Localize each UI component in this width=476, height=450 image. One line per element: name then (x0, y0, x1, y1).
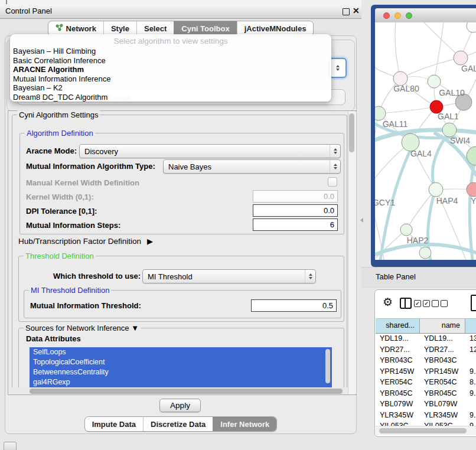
close-traffic-light-icon[interactable] (383, 12, 390, 19)
column-header-name[interactable]: name (420, 319, 465, 333)
table-row[interactable]: YDR27...YDR27...12 (376, 344, 476, 356)
table-row[interactable]: YPR145WYPR145W9. (376, 366, 476, 377)
cell[interactable]: YER054C (376, 377, 420, 388)
algo-item-aracne-algorithm[interactable]: ARACNE Algorithm (10, 65, 331, 74)
list-scrollbar-thumb[interactable] (325, 349, 330, 383)
cell[interactable]: YDR27... (420, 344, 465, 356)
cell[interactable]: 8. (465, 377, 476, 388)
cell[interactable]: YER054C (420, 377, 465, 388)
cell[interactable]: YBR045C (420, 388, 465, 399)
mi-threshold-input[interactable] (251, 299, 337, 312)
float-window-icon[interactable] (343, 8, 350, 15)
cell[interactable]: 9. (465, 410, 476, 421)
network-node-gal7[interactable] (454, 51, 468, 65)
cell[interactable]: YDL19... (376, 333, 420, 344)
cell[interactable] (465, 355, 476, 366)
cell[interactable]: YBR043C (420, 355, 465, 366)
table-row[interactable]: YER054CYER054C8. (376, 377, 476, 388)
network-canvas[interactable]: GALGAL80GAL10GAL1GAL11SWI4GAL4GCY1HAP4YH… (375, 22, 476, 260)
split-view-icon[interactable] (400, 298, 412, 309)
column-header-shared[interactable]: shared... (376, 319, 420, 333)
cell[interactable]: YDL19... (420, 333, 465, 344)
tab-select[interactable]: Select (136, 21, 174, 35)
which-threshold-select[interactable]: MI Threshold (142, 269, 316, 283)
tab-discretize-data[interactable]: Discretize Data (143, 417, 213, 431)
tab-cyni-toolbox[interactable]: Cyni Toolbox (174, 21, 236, 35)
cell[interactable]: YLR345W (420, 410, 465, 421)
cell[interactable]: YPR145W (420, 366, 465, 377)
attr-item-betweennesscentrality[interactable]: BetweennessCentrality (30, 367, 332, 377)
minimize-traffic-light-icon[interactable] (395, 12, 401, 19)
tab-jactivemnodules[interactable]: jActiveMNodules (237, 21, 314, 35)
vertical-scrollbar-track[interactable] (348, 112, 356, 394)
collapse-arrow-icon[interactable]: ▼ (131, 324, 139, 332)
cell[interactable]: YBR043C (376, 355, 420, 366)
clear-selection-checkboxes-icon[interactable] (432, 300, 448, 307)
docked-panel-button[interactable] (4, 442, 17, 450)
table-horizontal-scrollbar-track[interactable] (376, 426, 476, 435)
aracne-mode-select[interactable]: Discovery (79, 144, 341, 158)
network-node-top-partial[interactable] (467, 22, 476, 32)
algo-item-bayesian-hill-climbing[interactable]: Bayesian – Hill Climbing (10, 47, 331, 56)
algo-item-dream8-dc-tdc-algorithm[interactable]: Dream8 DC_TDC Algorithm (10, 93, 331, 102)
table-row[interactable]: YBR043CYBR043C (376, 355, 476, 366)
algo-item-mutual-information-inference[interactable]: Mutual Information Inference (10, 74, 331, 84)
horizontal-scrollbar-thumb[interactable] (30, 389, 343, 394)
cell[interactable]: YBL079W (420, 399, 465, 410)
cell[interactable]: 9. (465, 388, 476, 399)
cell[interactable]: 13 (465, 333, 476, 344)
network-node-hap4[interactable] (429, 182, 443, 197)
expand-arrow-icon[interactable]: ▶ (147, 237, 153, 246)
network-view-window[interactable]: GALGAL80GAL10GAL1GAL11SWI4GAL4GCY1HAP4YH… (371, 5, 476, 267)
network-node-gal10[interactable] (428, 75, 441, 88)
network-node-swi4[interactable] (442, 123, 457, 137)
file-icon[interactable] (471, 295, 476, 311)
mi-algorithm-type-select[interactable]: Naive Bayes (163, 159, 341, 174)
splitter-handle-icon[interactable] (360, 218, 363, 223)
tab-style[interactable]: Style (103, 21, 136, 35)
cell[interactable] (465, 399, 476, 410)
algo-item-bayesian-k2[interactable]: Bayesian – K2 (10, 83, 331, 93)
data-attributes-list[interactable]: SelfLoopsTopologicalCoefficientBetweenne… (30, 347, 332, 387)
dpi-tolerance-input[interactable] (253, 204, 338, 217)
network-node-salmon-node[interactable] (467, 182, 476, 197)
network-node-bottom-partial[interactable] (419, 247, 431, 259)
table-row[interactable]: YBR045CYBR045C9. (376, 388, 476, 399)
cell[interactable]: 12 (465, 344, 476, 356)
table-row[interactable]: YLR345WYLR345W9. (376, 410, 476, 421)
close-icon[interactable]: ✕ (353, 6, 360, 15)
tab-infer-network[interactable]: Infer Network (213, 417, 276, 431)
zoom-traffic-light-icon[interactable] (406, 12, 412, 19)
attr-item-gal4rgexp[interactable]: gal4RGexp (30, 377, 332, 387)
focused-combo-stepper[interactable] (329, 58, 347, 78)
kernel-width-input[interactable] (253, 190, 338, 203)
cell[interactable]: YIL053C (420, 420, 465, 426)
cell[interactable]: YDR27... (376, 344, 420, 356)
cell[interactable]: 9 (465, 420, 476, 426)
apply-button[interactable]: Apply (159, 399, 201, 412)
column-header-2[interactable] (465, 319, 476, 333)
mi-steps-input[interactable] (253, 219, 338, 231)
cell[interactable]: YPR145W (376, 366, 420, 377)
cell[interactable]: YBR045C (376, 388, 420, 399)
hub-transcription-section[interactable]: Hub/Transcription Factor Definition▶ (18, 237, 153, 246)
tab-impute-data[interactable]: Impute Data (85, 417, 143, 431)
cell[interactable]: YIL053C (376, 420, 420, 426)
cell[interactable]: 9. (465, 366, 476, 377)
gear-icon[interactable]: ⚙ (383, 295, 393, 309)
table-horizontal-scrollbar-thumb[interactable] (379, 428, 467, 433)
table-row[interactable]: YDL19...YDL19...13 (376, 333, 476, 344)
network-node-hap2[interactable] (400, 224, 412, 236)
tab-network[interactable]: Network (48, 21, 103, 35)
cell[interactable]: YLR345W (376, 410, 420, 421)
network-window-titlebar[interactable] (375, 8, 476, 22)
attr-item-selfloops[interactable]: SelfLoops (30, 347, 332, 357)
table-row[interactable]: YIL053CYIL053C9 (376, 420, 476, 426)
manual-kernel-checkbox[interactable] (328, 177, 337, 187)
select-all-checkboxes-icon[interactable]: ✓✓ (414, 300, 430, 307)
vertical-scrollbar-thumb[interactable] (349, 113, 354, 152)
algo-item-basic-correlation-inference[interactable]: Basic Correlation Inference (10, 56, 331, 66)
cell[interactable]: YBL079W (376, 399, 420, 410)
table-row[interactable]: YBL079WYBL079W (376, 399, 476, 410)
attr-item-topologicalcoefficient[interactable]: TopologicalCoefficient (30, 357, 332, 367)
